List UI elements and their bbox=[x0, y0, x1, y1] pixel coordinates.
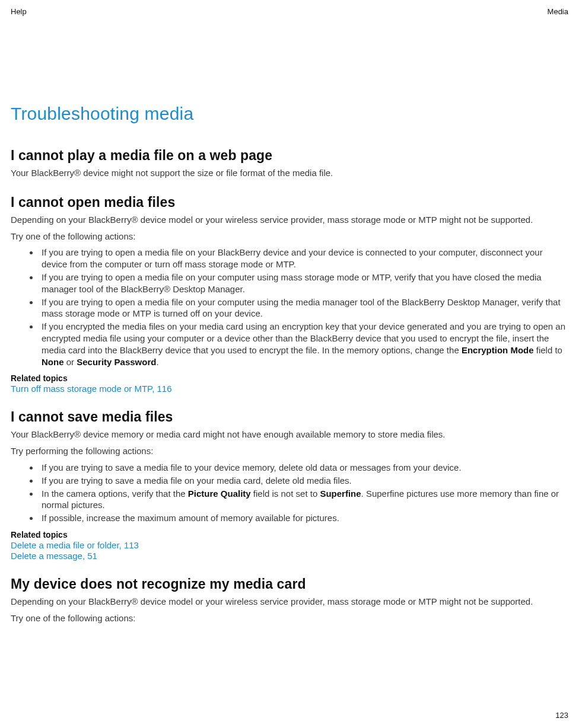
section-heading-cannot-open: I cannot open media files bbox=[11, 194, 568, 210]
section-heading-cannot-play: I cannot play a media file on a web page bbox=[11, 148, 568, 164]
list-item-text: field is not set to bbox=[251, 488, 320, 499]
body-text: Try one of the following actions: bbox=[11, 612, 568, 624]
header-right: Media bbox=[548, 7, 568, 16]
related-topics-label: Related topics bbox=[11, 530, 568, 539]
page-header: Help Media bbox=[11, 7, 568, 16]
emphasis-none: None bbox=[42, 357, 64, 367]
list-item: If you are trying to save a media file o… bbox=[39, 475, 568, 487]
bullet-list: If you are trying to save a media file t… bbox=[11, 462, 568, 524]
body-text: Your BlackBerry® device memory or media … bbox=[11, 429, 568, 440]
related-topics-label: Related topics bbox=[11, 373, 568, 383]
related-link-mass-storage[interactable]: Turn off mass storage mode or MTP, 116 bbox=[11, 384, 172, 394]
header-left: Help bbox=[11, 7, 27, 16]
body-text: Try performing the following actions: bbox=[11, 445, 568, 457]
list-item: If you are trying to open a media file o… bbox=[39, 272, 568, 295]
emphasis-picture-quality: Picture Quality bbox=[188, 488, 251, 499]
list-item: If you are trying to save a media file t… bbox=[39, 462, 568, 474]
section-heading-cannot-save: I cannot save media files bbox=[11, 409, 568, 425]
page-container: Help Media Troubleshooting media I canno… bbox=[0, 0, 579, 624]
emphasis-encryption-mode: Encryption Mode bbox=[462, 345, 534, 355]
list-item: If you encrypted the media files on your… bbox=[39, 321, 568, 368]
body-text: Your BlackBerry® device might not suppor… bbox=[11, 167, 568, 179]
list-item: If you are trying to open a media file o… bbox=[39, 296, 568, 320]
list-item: In the camera options, verify that the P… bbox=[39, 488, 568, 512]
list-item: If you are trying to open a media file o… bbox=[39, 247, 568, 270]
page-number: 123 bbox=[555, 711, 568, 720]
section-heading-media-card: My device does not recognize my media ca… bbox=[11, 576, 568, 592]
list-item-text: field to bbox=[534, 345, 562, 355]
body-text: Depending on your BlackBerry® device mod… bbox=[11, 214, 568, 226]
emphasis-security-password: Security Password bbox=[77, 357, 156, 367]
related-link-delete-media[interactable]: Delete a media file or folder, 113 bbox=[11, 540, 139, 550]
emphasis-superfine: Superfine bbox=[320, 488, 361, 499]
page-title: Troubleshooting media bbox=[11, 104, 568, 124]
body-text: Depending on your BlackBerry® device mod… bbox=[11, 596, 568, 608]
list-item: If possible, increase the maximum amount… bbox=[39, 512, 568, 524]
body-text: Try one of the following actions: bbox=[11, 231, 568, 242]
related-link-delete-message[interactable]: Delete a message, 51 bbox=[11, 551, 97, 561]
list-item-text: . bbox=[156, 357, 158, 367]
list-item-text: or bbox=[64, 357, 77, 367]
list-item-text: In the camera options, verify that the bbox=[42, 488, 188, 499]
bullet-list: If you are trying to open a media file o… bbox=[11, 247, 568, 368]
